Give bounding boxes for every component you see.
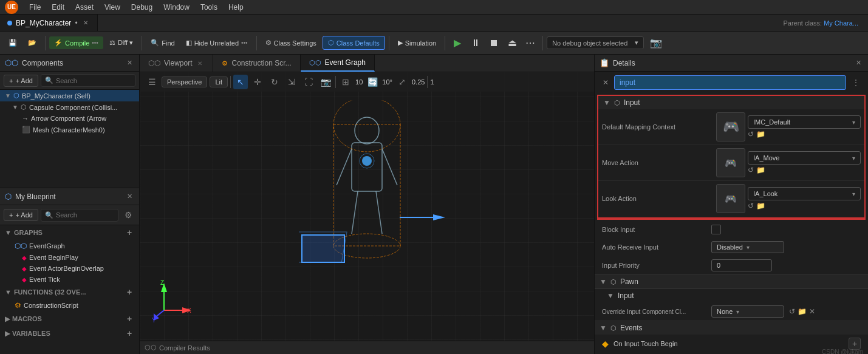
blueprint-search-box[interactable]: 🔍 [41,209,118,222]
browse-icon-1[interactable]: 📁 [756,130,765,138]
override-reset-icon[interactable]: ↺ [789,307,795,316]
class-settings-button[interactable]: ⚙ Class Settings [261,36,321,49]
block-input-checkbox[interactable] [711,225,721,234]
component-arrow[interactable]: → Arrow Component (Arrow [0,113,139,124]
menu-asset[interactable]: Asset [70,2,98,13]
reset-icon-3[interactable]: ↺ [748,202,754,210]
more-play-options[interactable]: ⋯ [522,35,539,52]
blueprint-add-button[interactable]: + + Add [4,209,38,221]
graphs-add-button[interactable]: + [125,228,134,237]
bp-construction-script[interactable]: ⚙ ConstructionScript [0,299,139,311]
functions-add-button[interactable]: + [125,287,134,297]
rotation-button[interactable]: 🔄 [365,75,380,89]
override-clear-icon[interactable]: ✕ [809,307,815,316]
details-panel-close[interactable]: ✕ [853,58,863,68]
debug-more-button[interactable]: 📷 [645,35,667,51]
lit-button[interactable]: Lit [210,77,228,87]
tab-close-button[interactable]: ✕ [81,19,90,27]
look-action-dropdown[interactable]: IA_Look ▾ [748,187,861,200]
variables-add-button[interactable]: + [125,328,134,338]
tab-viewport[interactable]: ⬡⬡ Viewport ✕ [140,55,213,72]
blue-box-svg [299,229,354,271]
browse-icon-3[interactable]: 📁 [756,202,765,210]
components-search-box[interactable]: 🔍 [41,74,135,87]
blueprint-search-input[interactable] [56,211,114,219]
grid-button[interactable]: ⊞ [338,75,353,89]
viewport-tab-close[interactable]: ✕ [196,59,204,67]
variables-section-header[interactable]: ▶ VARIABLES + [0,326,139,341]
pause-button[interactable]: ⏸ [467,35,484,52]
find-button[interactable]: 🔍 Find [146,36,179,49]
mapping-context-dropdown[interactable]: IMC_Default ▾ [748,115,861,129]
bp-event-beginplay[interactable]: ◆ Event BeginPlay [0,252,139,263]
perspective-button[interactable]: Perspective [162,77,207,87]
macros-add-button[interactable]: + [125,314,134,324]
app-logo[interactable]: UE [5,1,18,14]
parent-class-link[interactable]: My Chara... [824,19,858,27]
viewport-hamburger[interactable]: ☰ [145,75,159,89]
bp-event-tick[interactable]: ◆ Event Tick [0,274,139,285]
reset-icon-2[interactable]: ↺ [748,166,754,174]
select-mode-button[interactable]: ↖ [233,75,248,89]
component-capsule[interactable]: ▼ ⬡ Capsule Component (Collisi... [0,101,139,113]
components-search-input[interactable] [56,77,131,84]
menu-debug[interactable]: Debug [126,2,157,13]
reset-icon-1[interactable]: ↺ [748,130,754,138]
tab-construction[interactable]: ⚙ Construction Scr... [213,55,300,72]
functions-section-header[interactable]: ▼ FUNCTIONS (32 OVE... + [0,285,139,299]
macros-section-header[interactable]: ▶ MACROS + [0,311,139,326]
simulation-button[interactable]: ▶ Simulation [393,36,441,49]
graphs-section-header[interactable]: ▼ GRAPHS + [0,225,139,240]
components-panel-close[interactable]: ✕ [125,58,134,68]
scale-button[interactable]: ⇲ [284,75,299,89]
components-add-button[interactable]: + + Add [4,75,38,87]
menu-help[interactable]: Help [224,2,248,13]
menu-edit[interactable]: Edit [47,2,69,13]
diff-button[interactable]: ⚖ Diff ▾ [104,36,138,49]
details-extra-button[interactable]: ⋮ [849,75,863,90]
bp-event-actoroverlap[interactable]: ◆ Event ActorBeginOverlap [0,263,139,274]
menu-view[interactable]: View [100,2,125,13]
details-search-input[interactable] [614,75,846,90]
hide-unrelated-button[interactable]: ◧ Hide Unrelated ••• [181,36,253,49]
pawn-input-subsection-header[interactable]: ▼ Input [595,288,868,302]
maximize-button[interactable]: ⛶ [301,75,316,89]
menu-window[interactable]: Window [159,2,194,13]
eject-button[interactable]: ⏏ [504,35,521,52]
menu-file[interactable]: File [24,2,46,13]
content-browser-button[interactable]: 📂 [23,36,41,49]
camera-button[interactable]: 📷 [318,75,333,89]
tab-event-graph[interactable]: ⬡⬡ Event Graph [301,55,375,72]
rotate-button[interactable]: ↻ [267,75,282,89]
save-button[interactable]: 💾 [4,36,22,49]
scale-snap-button[interactable]: ⤢ [395,75,409,89]
look-action-label: Look Action [602,195,711,202]
pawn-section-header[interactable]: ▼ ⬡ Pawn [595,274,868,288]
stop-button[interactable]: ⏹ [485,35,502,52]
debug-object-selector[interactable]: No debug object selected ▾ [547,36,644,49]
event-add-button-1[interactable]: + [849,338,861,350]
override-browse-icon[interactable]: 📁 [798,307,807,316]
blueprint-tab[interactable]: BP_MyCharacter • ✕ [0,15,98,31]
blueprint-gear-button[interactable]: ⚙ [121,208,135,222]
blueprint-panel-close[interactable]: ✕ [125,192,134,202]
menu-tools[interactable]: Tools [196,2,222,13]
translate-button[interactable]: ✛ [250,75,265,89]
events-section-header[interactable]: ▼ ⬡ Events [595,321,868,335]
play-button[interactable]: ▶ [449,35,466,52]
input-section-header[interactable]: ▼ ⬡ Input [598,96,864,109]
toolbar-separator-1 [45,36,46,50]
toolbar-separator-3 [256,36,257,50]
input-priority-field[interactable]: 0 [711,259,772,271]
class-defaults-button[interactable]: ⬡ Class Defaults [323,36,385,50]
bp-eventgraph-item[interactable]: ⬡⬡ EventGraph [0,240,139,252]
look-action-icon-box: 🎮 [716,184,745,213]
auto-receive-dropdown[interactable]: Disabled ▾ [711,241,784,253]
browse-icon-2[interactable]: 📁 [756,166,765,174]
search-clear-button[interactable]: ✕ [600,77,612,89]
override-input-dropdown[interactable]: None ▾ [711,305,784,318]
component-root-item[interactable]: ▼ ⬡ BP_MyCharacter (Self) [0,90,139,101]
move-action-dropdown[interactable]: IA_Move ▾ [748,151,861,165]
compile-button[interactable]: ⚡ Compile ••• [49,36,103,49]
component-mesh[interactable]: ⬛ Mesh (CharacterMesh0) [0,124,139,135]
